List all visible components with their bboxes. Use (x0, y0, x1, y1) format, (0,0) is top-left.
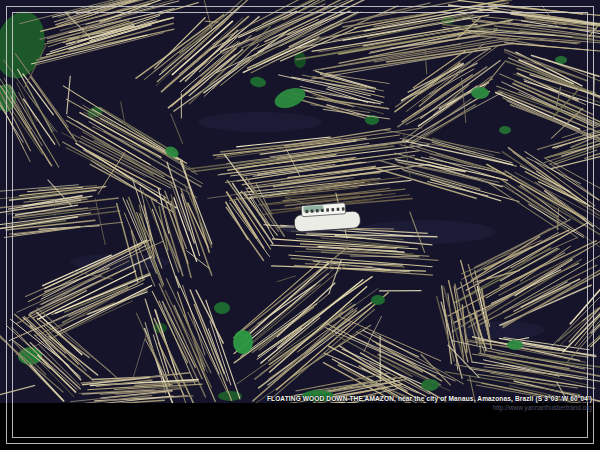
caption-title: FLOATING WOOD DOWN THE AMAZON, near the … (267, 395, 592, 403)
photo-caption: FLOATING WOOD DOWN THE AMAZON, near the … (267, 395, 592, 411)
caption-url: http://www.yannarthusbertrand.org (267, 404, 592, 411)
aerial-photo-floating-logs (0, 0, 600, 403)
wallpaper: FLOATING WOOD DOWN THE AMAZON, near the … (0, 0, 600, 450)
